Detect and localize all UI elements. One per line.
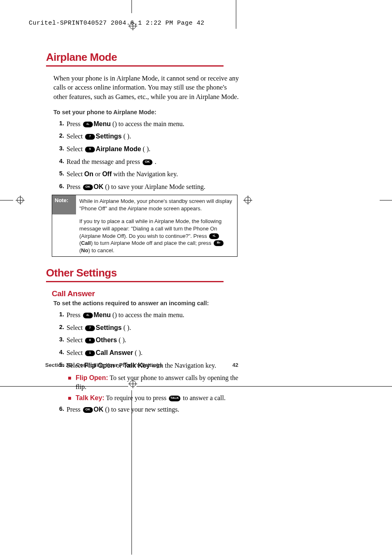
soft-left-icon: •L [83, 313, 93, 318]
call-answer-lead: To set the actions required to answer an… [53, 300, 239, 306]
footer-section: Section 2B: Controlling Your Phone's Set… [45, 362, 162, 368]
key-5-icon: 5 [85, 147, 95, 152]
key-7-icon: 7 [85, 134, 95, 140]
note-body-2: If you try to place a call while in Airp… [76, 214, 237, 256]
step: 6.Press OKOK () to save your new setting… [55, 405, 239, 414]
sub-bullets: Flip Open: To set your phone to answer c… [68, 373, 239, 403]
section-rule [46, 281, 224, 282]
step: 1.Press •LMenu () to access the main men… [55, 120, 239, 129]
note-box: Note: While in Airplane Mode, your phone… [52, 195, 238, 257]
bullet-item: Flip Open: To set your phone to answer c… [68, 373, 239, 391]
step: 2.Select 7Settings ( ). [55, 132, 239, 141]
key-0-icon: 0 [85, 338, 95, 343]
subheading-call-answer: Call Answer [52, 290, 239, 297]
airplane-lead: To set your phone to Airplane Mode: [53, 109, 239, 115]
section-title-other: Other Settings [46, 267, 239, 279]
airplane-intro: When your phone is in Airplane Mode, it … [53, 74, 239, 101]
section-rule [46, 65, 224, 67]
soft-left-icon: •L [83, 122, 93, 127]
talk-key-icon: TALK [169, 396, 180, 401]
ok-key-icon: OK [143, 159, 152, 165]
note-body-1: While in Airplane Mode, your phone's sta… [76, 195, 237, 214]
note-label: Note: [52, 195, 76, 214]
step: 6.Press OKOK () to save your Airplane Mo… [55, 182, 239, 191]
soft-left-icon: •L [209, 233, 219, 239]
step: 3.Select 0Others ( ). [55, 336, 239, 345]
print-slug: Curitel-SPRINT040527 2004.6.1 2:22 PM Pa… [29, 20, 205, 27]
step: 5.Select On or Off with the Navigation k… [55, 170, 239, 179]
step: 3.Select 5Airplane Mode ( ). [55, 145, 239, 154]
page-footer: Section 2B: Controlling Your Phone's Set… [45, 362, 238, 368]
footer-page-number: 42 [233, 362, 238, 368]
soft-right-icon: R• [214, 240, 224, 246]
step: 4.Select 1Call Answer ( ). [55, 348, 239, 357]
airplane-steps: 1.Press •LMenu () to access the main men… [55, 120, 239, 191]
ok-key-icon: OK [83, 407, 93, 413]
step: 1.Press •LMenu () to access the main men… [55, 311, 239, 320]
step: 2.Select 7Settings ( ). [55, 323, 239, 332]
key-1-icon: 1 [85, 350, 95, 356]
section-title-airplane: Airplane Mode [46, 51, 239, 64]
bullet-item: Talk Key: To require you to press TALK t… [68, 394, 239, 403]
step: 4.Read the message and press OK . [55, 157, 239, 166]
key-7-icon: 7 [85, 325, 95, 331]
ok-key-icon: OK [83, 184, 93, 190]
